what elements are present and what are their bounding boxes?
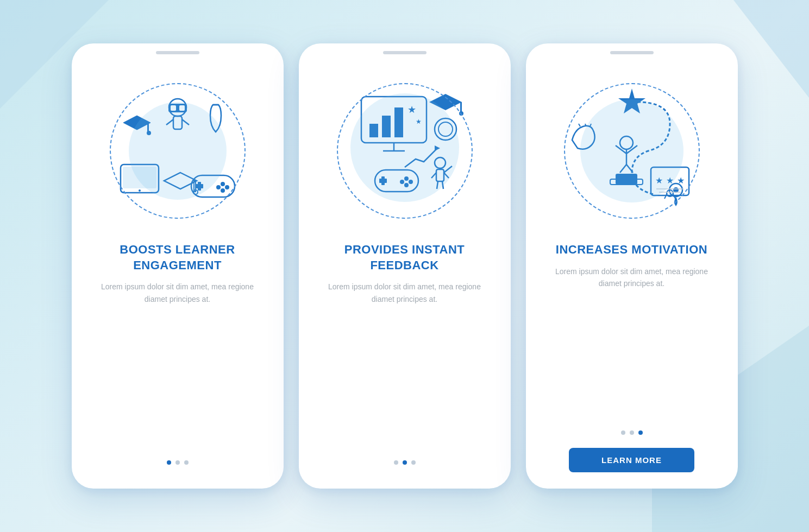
phone-2: ★ ★ (299, 43, 511, 489)
svg-marker-0 (733, 0, 809, 98)
phone-2-title: PROVIDES INSTANT FEEDBACK (315, 242, 494, 273)
dashed-circle-3 (564, 83, 700, 219)
dot-3-3 (638, 430, 643, 435)
phone-1-title: BOOSTS LEARNER ENGAGEMENT (88, 242, 267, 273)
phone-notch-1 (156, 51, 199, 54)
phone-notch-2 (383, 51, 427, 54)
dot-2-1 (394, 460, 398, 465)
dot-1-2 (175, 460, 180, 465)
phone-3: ★ ★ ★ INCREASES MOTIVATION Lorem ipsum d… (526, 43, 738, 489)
phones-container: BOOSTS LEARNER ENGAGEMENT Lorem ipsum do… (72, 43, 738, 489)
illustration-area-1 (96, 69, 259, 232)
dot-2-2 (403, 460, 407, 465)
dot-1-3 (184, 460, 189, 465)
phone-content-3: ★ ★ ★ INCREASES MOTIVATION Lorem ipsum d… (526, 59, 738, 489)
illustration-area-2: ★ ★ (323, 69, 486, 232)
phone-content-2: ★ ★ (299, 59, 511, 489)
phone-3-title: INCREASES MOTIVATION (556, 242, 707, 258)
learn-more-button[interactable]: LEARN MORE (569, 448, 694, 472)
illustration-area-3: ★ ★ ★ (550, 69, 713, 232)
dot-2-3 (411, 460, 416, 465)
phone-2-desc: Lorem ipsum dolor sit dim amet, mea regi… (318, 281, 491, 305)
phone-1: BOOSTS LEARNER ENGAGEMENT Lorem ipsum do… (72, 43, 284, 489)
phone-1-dots (167, 460, 189, 465)
svg-rect-36 (460, 102, 462, 113)
phone-1-desc: Lorem ipsum dolor sit dim amet, mea regi… (91, 281, 264, 305)
phone-3-desc: Lorem ipsum dolor sit dim amet, mea regi… (545, 265, 718, 290)
phone-3-dots (621, 430, 643, 435)
dashed-circle-1 (110, 83, 246, 219)
dashed-circle-2 (337, 83, 473, 219)
dot-3-2 (630, 430, 634, 435)
phone-2-dots (394, 460, 416, 465)
phone-content-1: BOOSTS LEARNER ENGAGEMENT Lorem ipsum do… (72, 59, 284, 489)
phone-notch-3 (610, 51, 654, 54)
dot-3-1 (621, 430, 625, 435)
dot-1-1 (167, 460, 171, 465)
